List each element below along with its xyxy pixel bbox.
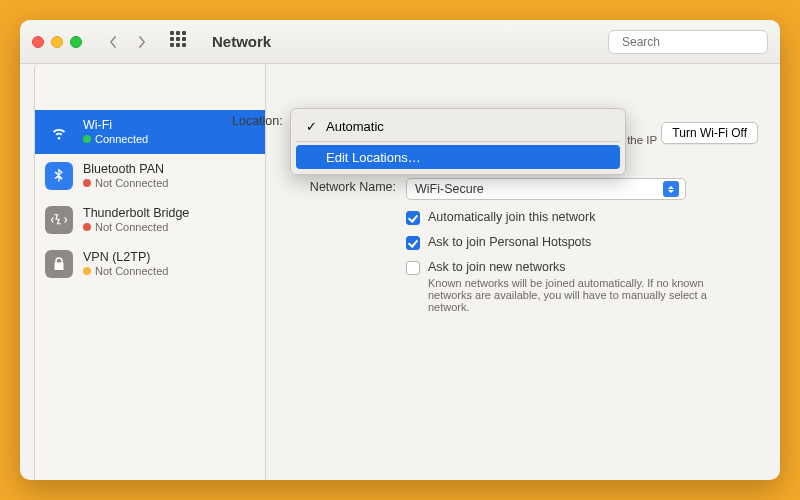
ask-hotspot-checkbox[interactable] [406,236,420,250]
show-all-icon[interactable] [170,31,192,53]
location-option-label: Automatic [326,119,384,134]
search-input[interactable] [622,35,772,49]
service-name: VPN (L2TP) [83,250,168,264]
chevron-updown-icon [663,181,679,197]
status-dot [83,267,91,275]
minimize-window-button[interactable] [51,36,63,48]
window-title: Network [212,33,271,50]
service-status: Not Connected [95,221,168,234]
window-body: Location: Wi-Fi Connected Bluetooth PAN … [20,64,780,480]
service-name: Bluetooth PAN [83,162,168,176]
status-dot [83,135,91,143]
titlebar: Network [20,20,780,64]
service-name: Wi-Fi [83,118,148,132]
close-window-button[interactable] [32,36,44,48]
turn-wifi-off-button[interactable]: Turn Wi-Fi Off [661,122,758,144]
window-controls [32,36,82,48]
menu-divider [296,141,620,142]
thunderbolt-icon [45,206,73,234]
service-status: Not Connected [95,177,168,190]
wifi-icon [45,118,73,146]
ask-new-label: Ask to join new networks [428,260,566,274]
service-name: Thunderbolt Bridge [83,206,189,220]
back-button[interactable] [102,31,124,53]
ask-new-description: Known networks will be joined automatica… [428,277,708,313]
network-name-select[interactable]: WiFi-Secure [406,178,686,200]
zoom-window-button[interactable] [70,36,82,48]
location-dropdown: ✓ Automatic Edit Locations… [290,108,626,175]
sidebar-item-bluetooth-pan[interactable]: Bluetooth PAN Not Connected [35,154,265,198]
sidebar-item-vpn[interactable]: VPN (L2TP) Not Connected [35,242,265,286]
location-option-edit[interactable]: Edit Locations… [296,145,620,169]
nav-buttons [102,31,152,53]
network-preferences-window: Network Location: Wi-Fi Connected [20,20,780,480]
location-label: Location: [232,114,283,128]
bluetooth-icon [45,162,73,190]
location-option-label: Edit Locations… [326,150,421,165]
sidebar-item-wifi[interactable]: Wi-Fi Connected [35,110,265,154]
network-name-label: Network Name: [280,178,406,200]
forward-button[interactable] [130,31,152,53]
lock-icon [45,250,73,278]
check-icon: ✓ [306,119,318,134]
network-name-value: WiFi-Secure [415,182,484,196]
service-status: Not Connected [95,265,168,278]
auto-join-label: Automatically join this network [428,210,595,224]
sidebar-item-thunderbolt-bridge[interactable]: Thunderbolt Bridge Not Connected [35,198,265,242]
ask-new-checkbox[interactable] [406,261,420,275]
location-option-automatic[interactable]: ✓ Automatic [296,114,620,138]
auto-join-checkbox[interactable] [406,211,420,225]
status-dot [83,179,91,187]
service-status: Connected [95,133,148,146]
search-field[interactable] [608,30,768,54]
ask-hotspot-label: Ask to join Personal Hotspots [428,235,591,249]
status-dot [83,223,91,231]
